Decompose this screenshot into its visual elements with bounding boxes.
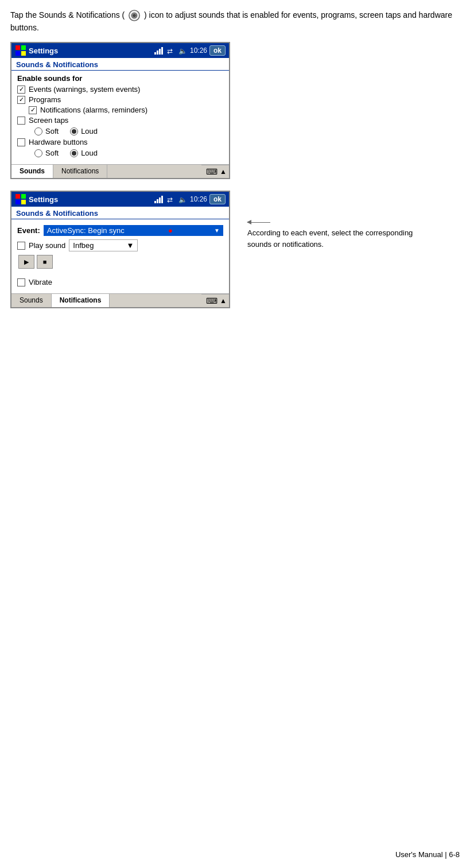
checkbox-events-box[interactable] xyxy=(17,86,25,94)
svg-text:⇄: ⇄ xyxy=(167,47,173,55)
screen2-heading: Sounds & Notifications xyxy=(11,207,229,219)
vibrate-row: Vibrate xyxy=(17,278,223,286)
sound-dropdown-arrow: ▼ xyxy=(126,241,134,250)
checkbox-events[interactable]: Events (warnings, system events) xyxy=(17,85,223,94)
screen2-body: Event: ActiveSync: Begin sync ● ▼ Play s… xyxy=(11,219,229,293)
svg-rect-6 xyxy=(21,51,26,56)
svg-rect-7 xyxy=(154,52,156,55)
svg-rect-9 xyxy=(159,49,161,55)
hardware-soft-option[interactable]: Soft xyxy=(34,149,59,157)
svg-rect-8 xyxy=(157,51,158,55)
screen2-scroll-up-icon[interactable]: ▲ xyxy=(220,297,227,305)
playback-buttons: ▶ ■ xyxy=(18,255,223,269)
sound-icon: 🔈 xyxy=(178,46,188,55)
page-number: User's Manual | 6-8 xyxy=(395,850,460,859)
screen2-keyboard-bar: ⌨ ▲ xyxy=(201,294,229,307)
svg-rect-3 xyxy=(15,45,20,50)
play-sound-checkbox[interactable] xyxy=(17,242,25,250)
checkbox-screen-taps-label: Screen taps xyxy=(29,116,68,125)
tab-notifications[interactable]: Notifications xyxy=(53,165,107,178)
screen2-titlebar: Settings ⇄ 🔈 10:26 ok xyxy=(11,192,229,207)
svg-rect-10 xyxy=(161,47,163,55)
screen2-tab-sounds[interactable]: Sounds xyxy=(11,294,52,307)
screen-taps-loud-option[interactable]: Loud xyxy=(70,127,98,135)
intro-paragraph: Tap the Sounds & Notifications ( ) icon … xyxy=(10,9,460,34)
windows-flag-icon xyxy=(15,45,26,56)
event-dropdown[interactable]: ActiveSync: Begin sync ● ▼ xyxy=(44,225,223,236)
screen2-sound-icon: 🔈 xyxy=(178,195,188,203)
screen2-tab-bar: Sounds Notifications ⌨ ▲ xyxy=(11,293,229,307)
checkbox-notifications[interactable]: Notifications (alarms, reminders) xyxy=(29,106,223,114)
play-sound-label: Play sound xyxy=(29,241,65,250)
screen-taps-loud-radio[interactable] xyxy=(70,127,78,135)
intro-text-part1: Tap the Sounds & Notifications ( xyxy=(10,10,125,20)
hardware-soft-label: Soft xyxy=(45,149,59,157)
hardware-loud-label: Loud xyxy=(81,149,98,157)
screen2-network-icon: ⇄ xyxy=(167,195,176,203)
screen1-body: Enable sounds for Events (warnings, syst… xyxy=(11,71,229,164)
play-button[interactable]: ▶ xyxy=(18,255,34,269)
checkbox-programs[interactable]: Programs xyxy=(17,95,223,104)
hardware-buttons-radio-group: Soft Loud xyxy=(34,149,223,157)
checkbox-notifications-box[interactable] xyxy=(29,106,37,114)
screen-taps-soft-radio[interactable] xyxy=(34,127,42,135)
screen2-tab-notifications[interactable]: Notifications xyxy=(52,294,110,307)
checkbox-screen-taps[interactable]: Screen taps xyxy=(17,116,223,125)
svg-rect-15 xyxy=(15,200,20,204)
event-value: ActiveSync: Begin sync xyxy=(47,226,125,235)
speaker-icon xyxy=(128,9,141,22)
screen-taps-soft-option[interactable]: Soft xyxy=(34,127,59,135)
svg-text:🔈: 🔈 xyxy=(178,195,187,203)
keyboard-icon[interactable]: ⌨ xyxy=(204,166,220,177)
svg-rect-16 xyxy=(21,200,26,204)
checkbox-screen-taps-box[interactable] xyxy=(17,117,25,125)
svg-rect-4 xyxy=(21,45,26,50)
play-sound-row: Play sound Infbeg ▼ xyxy=(17,239,223,251)
screen1-time: 10:26 xyxy=(190,46,207,55)
hardware-soft-radio[interactable] xyxy=(34,149,42,157)
svg-point-2 xyxy=(133,14,135,17)
screen-taps-radio-group: Soft Loud xyxy=(34,127,223,135)
svg-rect-19 xyxy=(159,197,161,203)
network-icon: ⇄ xyxy=(167,46,176,55)
screen1-heading: Sounds & Notifications xyxy=(11,58,229,71)
hardware-loud-radio[interactable] xyxy=(70,149,78,157)
screen2-ok-button[interactable]: ok xyxy=(209,194,226,204)
screen1-titlebar-right: ⇄ 🔈 10:26 ok xyxy=(154,45,226,56)
svg-rect-18 xyxy=(157,199,158,203)
screen2-windows-flag-icon xyxy=(15,193,26,205)
checkbox-hardware-buttons[interactable]: Hardware buttons xyxy=(17,138,223,146)
screen1-titlebar-left: Settings xyxy=(15,45,58,56)
checkbox-hardware-buttons-box[interactable] xyxy=(17,138,25,146)
event-row: Event: ActiveSync: Begin sync ● ▼ xyxy=(17,225,223,236)
enable-sounds-label: Enable sounds for xyxy=(17,74,223,83)
vibrate-checkbox[interactable] xyxy=(17,278,25,286)
checkbox-hardware-buttons-label: Hardware buttons xyxy=(29,138,88,146)
checkbox-programs-label: Programs xyxy=(29,95,61,104)
tab-sounds[interactable]: Sounds xyxy=(11,165,53,178)
callout-text: According to each event, select the corr… xyxy=(247,227,419,250)
stop-button[interactable]: ■ xyxy=(37,255,53,269)
svg-rect-14 xyxy=(21,194,26,199)
checkbox-notifications-label: Notifications (alarms, reminders) xyxy=(40,106,147,114)
screen2-titlebar-right: ⇄ 🔈 10:26 ok xyxy=(154,194,226,204)
signal-icon xyxy=(154,46,165,55)
screen2-callout-wrapper: Settings ⇄ 🔈 10:26 ok Sounds xyxy=(10,191,460,308)
event-dot: ● xyxy=(168,226,173,235)
checkbox-events-label: Events (warnings, system events) xyxy=(29,85,140,94)
screen1-tab-bar: Sounds Notifications ⌨ ▲ xyxy=(11,164,229,178)
screen1-titlebar: Settings ⇄ 🔈 10:26 ok xyxy=(11,43,229,58)
screen2-time: 10:26 xyxy=(190,195,207,203)
sound-dropdown[interactable]: Infbeg ▼ xyxy=(69,239,138,251)
svg-text:🔈: 🔈 xyxy=(178,46,187,55)
screen2-device: Settings ⇄ 🔈 10:26 ok Sounds xyxy=(10,191,230,308)
screen2-app-name: Settings xyxy=(29,195,58,204)
hardware-loud-option[interactable]: Loud xyxy=(70,149,98,157)
screen2-keyboard-icon[interactable]: ⌨ xyxy=(204,296,220,306)
scroll-up-icon[interactable]: ▲ xyxy=(220,168,227,176)
svg-text:⇄: ⇄ xyxy=(167,196,173,203)
screen1-ok-button[interactable]: ok xyxy=(209,45,226,56)
checkbox-programs-box[interactable] xyxy=(17,96,25,104)
screen2-titlebar-left: Settings xyxy=(15,193,58,205)
event-dropdown-arrow: ▼ xyxy=(214,227,220,234)
